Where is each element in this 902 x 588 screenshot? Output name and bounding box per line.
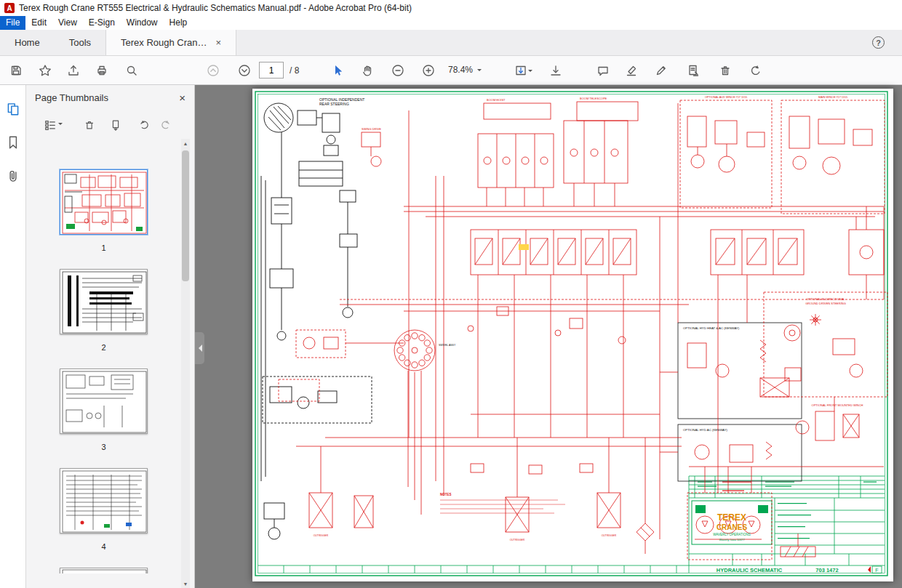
panel-toolbar: [26, 110, 194, 139]
label-rear-steering-2: REAR STEERING: [319, 102, 349, 106]
select-tool-button[interactable]: [327, 60, 348, 81]
zoom-out-button[interactable]: [388, 60, 408, 81]
scroll-down-arrow-icon[interactable]: ▼: [181, 579, 190, 588]
label-notes: NOTES: [440, 493, 452, 496]
label-aux-winch: OPTIONAL AUX WINCH 717 1155: [705, 96, 747, 99]
schematic-red-dashed-boxes: [279, 100, 887, 560]
rotate-page-button[interactable]: [746, 60, 766, 81]
zoom-in-button[interactable]: [418, 60, 439, 81]
sign-pen-button[interactable]: [651, 60, 671, 81]
highlight-button[interactable]: [621, 60, 642, 81]
tab-close-icon[interactable]: ×: [215, 37, 221, 48]
print-button[interactable]: [92, 60, 112, 81]
panel-scrollbar[interactable]: ▲ ▼: [181, 139, 190, 588]
menu-view[interactable]: View: [52, 16, 83, 30]
window-title: Terex Rough Crane RT555 Electrical & Hyd…: [19, 3, 412, 13]
schematic-labels: OPTIONAL INDEPENDENT REAR STEERING BOOM …: [314, 96, 879, 573]
label-swivel-assy: SWIVEL ASSY: [439, 344, 456, 347]
label-waverly-address: Waverly, Iowa 50677: [719, 539, 744, 541]
label-bidirectional-2: GROUND DRIVEN STEERING: [805, 302, 846, 305]
panel-collapse-handle[interactable]: [195, 332, 204, 364]
panel-close-icon[interactable]: ×: [179, 92, 185, 104]
page-thumbnails-panel: Page Thumbnails ×: [26, 85, 195, 588]
menu-window[interactable]: Window: [121, 16, 164, 30]
page-display-button[interactable]: [508, 60, 538, 81]
tab-tools[interactable]: Tools: [55, 30, 105, 55]
zoom-caret-icon: [477, 69, 482, 73]
thumbnail-page-number: 4: [101, 542, 105, 551]
thumbnail-list: 1 2: [26, 139, 181, 573]
label-heat-ac: OPTIONAL HYD HEAT & AC (KENWAY): [683, 326, 740, 330]
rotate-left-button[interactable]: [136, 117, 152, 133]
page-thumbnails-panel-icon[interactable]: [5, 101, 21, 117]
label-terex: TEREX: [717, 512, 746, 523]
comment-button[interactable]: [593, 60, 613, 81]
label-boom-telescope: BOOM TELESCOPE: [580, 97, 607, 100]
search-button[interactable]: [121, 60, 142, 81]
menu-help[interactable]: Help: [164, 16, 193, 30]
label-bidirectional-1: OPTIONAL BI-DIRECTIONAL: [806, 297, 845, 301]
left-navigation-rail: [0, 85, 26, 588]
rotate-right-button[interactable]: [158, 117, 174, 133]
label-outrigger-1: OUTRIGGER: [314, 534, 329, 537]
thumbnail-page-number: 2: [101, 343, 105, 352]
save-button[interactable]: [6, 60, 26, 81]
label-outrigger-2: OUTRIGGER: [510, 539, 525, 541]
thumbnail-page-1[interactable]: 1: [60, 169, 148, 252]
scrollbar-thumb[interactable]: [182, 150, 189, 281]
menu-esign[interactable]: E-Sign: [83, 16, 121, 30]
label-waverly: WAVERLY OPERATIONS: [713, 533, 751, 536]
page-number-input[interactable]: [259, 62, 284, 78]
attachments-panel-icon[interactable]: [5, 168, 21, 184]
next-page-button[interactable]: [234, 60, 255, 81]
tab-document[interactable]: Terex Rough Crane ... ×: [105, 30, 236, 55]
hydraulic-schematic-drawing: OPTIONAL INDEPENDENT REAR STEERING BOOM …: [252, 89, 893, 581]
menu-file[interactable]: File: [0, 16, 25, 30]
label-cranes: CRANES: [717, 523, 748, 531]
share-button[interactable]: [63, 60, 84, 81]
thumbnail-options-button[interactable]: [42, 117, 58, 133]
panel-title: Page Thumbnails: [35, 92, 108, 103]
schematic-red-linework: [296, 102, 884, 557]
pdf-page[interactable]: OPTIONAL INDEPENDENT REAR STEERING BOOM …: [252, 89, 893, 581]
label-ac: OPTIONAL HYD AC (KENWAY): [683, 428, 728, 432]
thumbnail-options-caret-icon: [58, 123, 63, 127]
label-drawing-number: 703 1472: [815, 567, 838, 573]
label-front-winch: OPTIONAL FRONT MOUNTED WINCH: [812, 403, 863, 407]
zoom-level-control[interactable]: 78.4%: [448, 65, 482, 75]
extract-pages-button[interactable]: [108, 117, 124, 133]
zoom-level-value: 78.4%: [448, 65, 473, 75]
panel-delete-pages-button[interactable]: [81, 117, 97, 133]
help-button[interactable]: ?: [872, 36, 885, 49]
menu-edit[interactable]: Edit: [25, 16, 52, 30]
hand-tool-button[interactable]: [357, 60, 378, 81]
label-revision: F: [875, 568, 878, 573]
document-canvas: OPTIONAL INDEPENDENT REAR STEERING BOOM …: [195, 85, 902, 588]
label-main-winch: MAIN WINCH 717 1155: [818, 96, 847, 99]
tab-home[interactable]: Home: [0, 30, 55, 55]
delete-pages-button[interactable]: [715, 60, 735, 81]
label-boom-hoist: BOOM HOIST: [487, 98, 506, 102]
fill-sign-button[interactable]: [683, 60, 703, 81]
label-outrigger-3: OUTRIGGER: [602, 534, 617, 537]
acrobat-logo-icon: A: [4, 3, 15, 13]
previous-page-button[interactable]: [203, 60, 223, 81]
fit-width-button[interactable]: [546, 60, 566, 81]
tab-bar: Home Tools Terex Rough Crane ... × ?: [0, 30, 902, 56]
bookmarks-panel-icon[interactable]: [5, 134, 21, 150]
label-drawing-title: HYDRAULIC SCHEMATIC: [717, 567, 783, 573]
thumbnail-page-5[interactable]: [60, 568, 148, 573]
thumbnail-page-3[interactable]: 3: [60, 368, 148, 451]
thumbnail-page-number: 1: [101, 243, 105, 252]
star-button[interactable]: [35, 60, 55, 81]
scroll-up-arrow-icon[interactable]: ▲: [181, 139, 190, 148]
collapse-arrow-icon: [195, 345, 202, 352]
main-toolbar: / 8 78.4%: [0, 56, 902, 85]
tab-document-label: Terex Rough Crane ...: [121, 37, 208, 48]
menu-bar: File Edit View E-Sign Window Help: [0, 16, 902, 30]
thumbnail-page-number: 3: [101, 443, 105, 451]
window-titlebar: A Terex Rough Crane RT555 Electrical & H…: [0, 0, 902, 16]
highlight-mark: [519, 244, 529, 250]
thumbnail-page-2[interactable]: 2: [60, 269, 148, 352]
thumbnail-page-4[interactable]: 4: [60, 468, 148, 551]
